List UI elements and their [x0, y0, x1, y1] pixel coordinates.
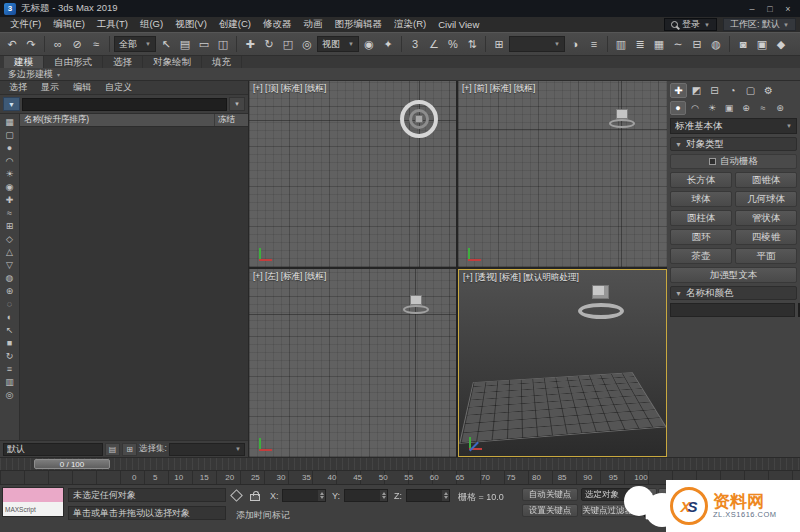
menu-item[interactable]: 图形编辑器	[329, 17, 389, 32]
create-tab-icon[interactable]: ✚	[670, 83, 687, 98]
minimize-button[interactable]: –	[744, 2, 760, 15]
explorer-menu-item[interactable]: 编辑	[66, 81, 98, 94]
geometry-icon[interactable]: ●	[670, 101, 686, 115]
menu-item[interactable]: 创建(C)	[213, 17, 257, 32]
redo-icon[interactable]: ↷	[22, 35, 40, 53]
y-input[interactable]	[345, 491, 380, 501]
polygon-modeling-panel[interactable]: 多边形建模	[8, 68, 53, 81]
maximize-button[interactable]: □	[762, 2, 778, 15]
select-and-place-icon[interactable]: ◎	[298, 35, 316, 53]
select-children-icon[interactable]: ◐	[2, 311, 18, 323]
object-type-button[interactable]: 圆柱体	[670, 210, 732, 226]
autogrid-checkbox[interactable]: 自动栅格	[670, 154, 797, 169]
ribbon-tab[interactable]: 自由形式	[44, 56, 103, 68]
set-key-button[interactable]: 设置关键点	[522, 504, 578, 517]
viewport-label[interactable]: [+] [前] [标准] [线框]	[462, 83, 535, 95]
lock-cell-editing-icon[interactable]: ■	[2, 337, 18, 349]
viewport-front[interactable]: [+] [前] [标准] [线框]	[458, 81, 667, 267]
align-icon[interactable]: ≡	[585, 35, 603, 53]
display-materials-icon[interactable]: ◍	[2, 272, 18, 284]
named-sets-list-icon[interactable]: ▤	[105, 443, 120, 456]
isolate-selection-icon[interactable]	[230, 489, 243, 502]
maxscript-mini-listener[interactable]: MAXScript	[2, 487, 64, 517]
menu-item[interactable]: 文件(F)	[4, 17, 47, 32]
menu-item[interactable]: 工具(T)	[91, 17, 134, 32]
sync-selection-icon[interactable]: ↻	[2, 350, 18, 362]
window-crossing-icon[interactable]: ◫	[214, 35, 232, 53]
primitive-category-dropdown[interactable]: 标准基本体 ▼	[670, 118, 797, 134]
named-sets-add-icon[interactable]: ⊞	[122, 443, 137, 456]
viewport-top[interactable]: [+] [顶] [标准] [线框]	[249, 81, 456, 267]
select-and-move-icon[interactable]: ✚	[241, 35, 259, 53]
workspace-selector[interactable]: 工作区: 默认 ▼	[723, 18, 796, 31]
explorer-object-list[interactable]	[20, 127, 248, 440]
mirror-icon[interactable]: ◑	[566, 35, 584, 53]
selection-lock-icon[interactable]	[250, 494, 260, 501]
unlink-selection-icon[interactable]: ⊘	[68, 35, 86, 53]
time-slider-track[interactable]: 0 / 100	[0, 457, 800, 470]
explorer-menu-item[interactable]: 显示	[34, 81, 66, 94]
z-input[interactable]	[407, 491, 442, 501]
object-type-button[interactable]: 长方体	[670, 172, 732, 188]
display-lights-icon[interactable]: ☀	[2, 168, 18, 180]
ribbon-tab[interactable]: 建模	[4, 56, 44, 68]
display-hidden-icon[interactable]: ◌	[2, 298, 18, 310]
z-coordinate-field[interactable]	[406, 489, 450, 502]
selection-set-dropdown[interactable]: ▼	[169, 443, 245, 456]
spinner-icon[interactable]	[318, 490, 325, 501]
maxscript-listener-pane[interactable]: MAXScript	[3, 502, 63, 516]
column-name[interactable]: 名称(按升序排序)	[20, 114, 214, 126]
hierarchy-tab-icon[interactable]: ⊟	[706, 83, 723, 98]
motion-tab-icon[interactable]: ◔	[724, 83, 741, 98]
bind-to-space-warp-icon[interactable]: ≈	[87, 35, 105, 53]
torus-object[interactable]	[400, 100, 438, 138]
angle-snap-icon[interactable]: ∠	[425, 35, 443, 53]
named-selection-set-dropdown[interactable]: ▼	[509, 36, 565, 52]
curve-editor-icon[interactable]: ∼	[669, 35, 687, 53]
find-icon[interactable]: ◎	[2, 389, 18, 401]
utilities-tab-icon[interactable]: ⚙	[760, 83, 777, 98]
menu-item[interactable]: Civil View	[432, 17, 485, 32]
object-type-button[interactable]: 四棱锥	[735, 229, 797, 245]
undo-icon[interactable]: ↶	[3, 35, 21, 53]
scene-object[interactable]	[608, 109, 636, 128]
toggle-scene-explorer-icon[interactable]: ▥	[612, 35, 630, 53]
object-type-button[interactable]: 球体	[670, 191, 732, 207]
rendered-frame-window-icon[interactable]: ▣	[753, 35, 771, 53]
object-type-button[interactable]: 几何球体	[735, 191, 797, 207]
helpers-icon[interactable]: ⊕	[738, 101, 754, 115]
lights-icon[interactable]: ☀	[704, 101, 720, 115]
display-tab-icon[interactable]: ▢	[742, 83, 759, 98]
named-set-input[interactable]	[3, 443, 103, 456]
use-pivot-point-center-icon[interactable]: ◉	[360, 35, 378, 53]
object-type-button-textplus[interactable]: 加强型文本	[670, 267, 797, 283]
menu-item[interactable]: 视图(V)	[169, 17, 213, 32]
object-type-button[interactable]: 圆环	[670, 229, 732, 245]
spinner-icon[interactable]	[380, 490, 387, 501]
sort-icon[interactable]: ≡	[2, 363, 18, 375]
name-color-rollout[interactable]: ▼ 名称和颜色	[670, 286, 797, 300]
reference-coordinate-system-dropdown[interactable]: 视图▼	[317, 36, 359, 52]
scene-object[interactable]	[402, 295, 430, 314]
y-coordinate-field[interactable]	[344, 489, 388, 502]
select-and-link-icon[interactable]: ∞	[49, 35, 67, 53]
viewport-label[interactable]: [+] [透视] [标准] [默认明暗处理]	[463, 272, 579, 284]
display-all-icon[interactable]: ▦	[2, 116, 18, 128]
toggle-ribbon-icon[interactable]: ▦	[650, 35, 668, 53]
close-button[interactable]: ×	[780, 2, 796, 15]
spinner-snap-icon[interactable]: ⇅	[463, 35, 481, 53]
display-shapes-icon[interactable]: ◠	[2, 155, 18, 167]
display-none-icon[interactable]: ▢	[2, 129, 18, 141]
ribbon-tab[interactable]: 对象绘制	[143, 56, 202, 68]
ribbon-tab[interactable]: 填充	[202, 56, 242, 68]
shapes-icon[interactable]: ◠	[687, 101, 703, 115]
select-and-scale-icon[interactable]: ◰	[279, 35, 297, 53]
toggle-layer-explorer-icon[interactable]: ≣	[631, 35, 649, 53]
time-slider-handle[interactable]: 0 / 100	[34, 459, 110, 469]
select-and-manipulate-icon[interactable]: ✦	[379, 35, 397, 53]
display-groups-icon[interactable]: ⊞	[2, 220, 18, 232]
object-type-button[interactable]: 管状体	[735, 210, 797, 226]
menu-item[interactable]: 组(G)	[134, 17, 169, 32]
display-xrefs-icon[interactable]: ◇	[2, 233, 18, 245]
material-editor-icon[interactable]: ◍	[707, 35, 725, 53]
